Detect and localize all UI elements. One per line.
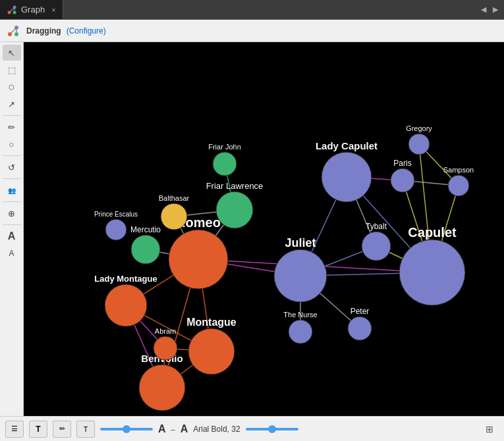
tab-forward-btn[interactable]: ▶ [491, 4, 500, 15]
tab-bar: Graph × ◀ ▶ [0, 0, 504, 20]
svg-text:Lady Capulet: Lady Capulet [316, 140, 378, 151]
svg-text:Sampson: Sampson [443, 166, 474, 174]
svg-text:Tybalt: Tybalt [366, 222, 387, 231]
svg-text:The Nurse: The Nurse [283, 311, 317, 319]
svg-text:Gregory: Gregory [406, 124, 432, 132]
sidebar-separator-2 [3, 155, 21, 156]
tool-undo[interactable]: ↺ [3, 159, 21, 175]
svg-point-62 [105, 284, 147, 326]
font-slider-container [246, 428, 298, 430]
svg-text:Friar John: Friar John [208, 143, 241, 151]
svg-text:Paris: Paris [393, 159, 411, 168]
bottom-tool-btn-3[interactable]: ✏ [53, 421, 71, 438]
svg-point-46 [322, 152, 372, 202]
tool-font-small[interactable]: A [3, 246, 21, 261]
svg-point-72 [213, 152, 237, 176]
tool-group[interactable]: 👥 [3, 182, 21, 198]
svg-text:Capulet: Capulet [408, 225, 457, 240]
main-toolbar: Dragging (Configure) [0, 20, 504, 42]
sidebar-separator-4 [3, 201, 21, 202]
tab-title: Graph [21, 5, 45, 14]
graph-tab[interactable]: Graph × [0, 0, 63, 19]
graph-svg: RomeoJulietCapuletLady CapuletTybaltPari… [24, 42, 504, 416]
svg-text:Montague: Montague [186, 317, 237, 328]
tool-marquee[interactable]: ⬚ [3, 62, 21, 78]
tool-pencil[interactable]: ✏ [3, 119, 21, 135]
graph-canvas[interactable]: RomeoJulietCapuletLady CapuletTybaltPari… [24, 42, 504, 416]
svg-point-58 [289, 320, 312, 344]
bottom-tool-btn-1[interactable]: ☰ [5, 421, 24, 438]
font-size-large-indicator: A [158, 423, 166, 435]
svg-text:Mercutio: Mercutio [130, 225, 161, 234]
main-area: ↖ ⬚ ⬡ ↗ ✏ ○ ↺ 👥 ⊕ A A RomeoJulietCapulet… [0, 42, 504, 416]
dragging-label: Dragging [26, 26, 61, 36]
svg-point-40 [169, 230, 228, 289]
tool-zoom[interactable]: ⊕ [3, 205, 21, 221]
zoom-slider-track[interactable] [100, 428, 153, 430]
svg-point-54 [448, 175, 469, 196]
tab-close-btn[interactable]: × [51, 6, 55, 14]
sidebar-separator-3 [3, 178, 21, 179]
tool-select-arrow[interactable]: ↖ [3, 45, 21, 61]
tool-edge[interactable]: ↗ [3, 96, 21, 112]
svg-text:Lady Montague: Lady Montague [94, 274, 157, 284]
svg-text:Peter: Peter [350, 307, 370, 316]
svg-point-74 [161, 203, 187, 230]
toolbar-graph-icon[interactable] [5, 23, 21, 39]
zoom-slider-container [100, 428, 153, 430]
font-name-label: Arial Bold, 32 [193, 425, 240, 434]
svg-point-52 [408, 134, 430, 155]
svg-point-50 [391, 169, 414, 192]
bottom-tool-btn-4[interactable]: T [76, 421, 95, 438]
svg-text:Prince Escalus: Prince Escalus [94, 211, 138, 218]
tab-navigation: ◀ ▶ [479, 4, 504, 15]
sidebar: ↖ ⬚ ⬡ ↗ ✏ ○ ↺ 👥 ⊕ A A [0, 42, 24, 416]
tool-font-big[interactable]: A [3, 228, 21, 244]
svg-point-68 [131, 235, 160, 264]
svg-point-64 [139, 365, 185, 411]
font-slider-thumb[interactable] [268, 425, 276, 433]
configure-link[interactable]: (Configure) [67, 26, 106, 36]
graph-tab-icon [7, 5, 17, 15]
bottom-toolbar: ☰ T ✏ T A – A Arial Bold, 32 ⊞ [0, 416, 504, 441]
svg-point-60 [188, 328, 235, 375]
svg-point-76 [105, 219, 126, 240]
svg-text:Balthasar: Balthasar [159, 194, 190, 202]
sidebar-separator-1 [3, 115, 21, 116]
svg-point-70 [216, 192, 253, 228]
tool-lasso[interactable]: ⬡ [3, 79, 21, 95]
bottom-tool-btn-2[interactable]: T [29, 421, 47, 438]
font-plus-btn[interactable]: A [181, 423, 188, 435]
svg-text:Friar Lawrence: Friar Lawrence [206, 181, 264, 191]
settings-icon[interactable]: ⊞ [480, 421, 499, 438]
tab-back-btn[interactable]: ◀ [479, 4, 488, 15]
svg-point-48 [362, 232, 391, 261]
svg-point-56 [348, 317, 372, 340]
zoom-slider-thumb[interactable] [123, 425, 130, 433]
svg-point-44 [399, 240, 465, 305]
tool-circle[interactable]: ○ [3, 136, 21, 152]
svg-text:Juliet: Juliet [285, 236, 316, 249]
svg-point-42 [274, 249, 327, 302]
font-minus-btn[interactable]: – [171, 425, 175, 433]
svg-text:Abram: Abram [155, 327, 176, 335]
font-slider-track[interactable] [246, 428, 298, 430]
svg-point-66 [154, 336, 177, 360]
sidebar-separator-5 [3, 224, 21, 225]
